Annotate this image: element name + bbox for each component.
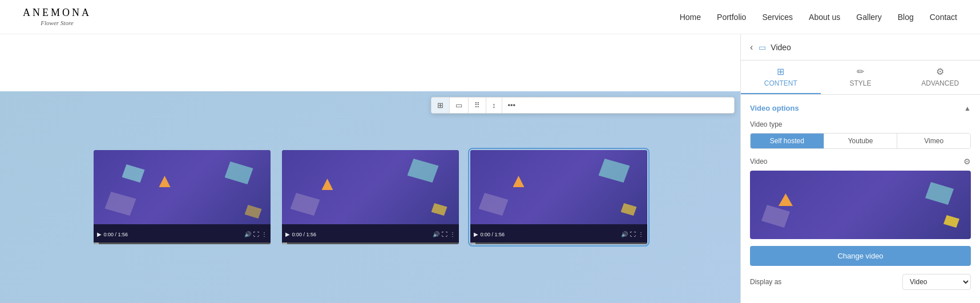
settings-icon[interactable]: ⚙ — [963, 157, 971, 166]
panel-back-button[interactable]: ‹ — [750, 42, 753, 52]
side-panel: ‹ ▭ Video ⊞ CONTENT ✏ STYLE ⚙ ADVANCED V… — [740, 34, 980, 303]
advanced-tab-label: ADVANCED — [921, 79, 959, 87]
logo-main-text: ANEMONA — [23, 7, 91, 19]
video-card-1[interactable]: ▶ 0:00 / 1:56 🔊 ⛶ ⋮ — [94, 150, 271, 244]
shape-orange-3 — [513, 176, 525, 187]
fullscreen-btn-1[interactable]: ⛶ — [253, 231, 259, 237]
shape-yellow-1 — [105, 192, 136, 216]
progress-fill-3 — [470, 243, 475, 244]
panel-header: ‹ ▭ Video — [741, 34, 980, 60]
navigation: ANEMONA Flower Store Home Portfolio Serv… — [0, 0, 980, 34]
video-type-youtube[interactable]: Youtube — [824, 134, 898, 148]
display-as-row: Display as Video Thumbnail Lightbox — [750, 274, 971, 290]
video-controls-2: ▶ 0:00 / 1:56 🔊 ⛶ ⋮ — [282, 224, 459, 244]
progress-bar-3 — [470, 243, 647, 244]
panel-video-icon: ▭ — [759, 43, 766, 52]
video-field-label: Video — [750, 157, 767, 165]
shape-yellow-2 — [431, 203, 447, 216]
play-btn-2[interactable]: ▶ — [285, 231, 290, 237]
nav-portfolio[interactable]: Portfolio — [717, 13, 746, 22]
logo: ANEMONA Flower Store — [23, 7, 91, 27]
time-display-2: 0:00 / 1:56 — [292, 232, 430, 237]
more-btn-3[interactable]: ⋮ — [638, 231, 644, 237]
video-card-3[interactable]: ▶ 0:00 / 1:56 🔊 ⛶ ⋮ — [470, 150, 647, 244]
element-toolbar: ⊞ ▭ ⠿ ↕ ••• — [431, 97, 735, 114]
toolbar-move-button[interactable]: ↕ — [486, 98, 502, 113]
video-card-2[interactable]: ▶ 0:00 / 1:56 🔊 ⛶ ⋮ — [282, 150, 459, 244]
toolbar-video-button[interactable]: ▭ — [450, 98, 469, 113]
video-type-vimeo[interactable]: Vimeo — [897, 134, 970, 148]
content-tab-label: CONTENT — [764, 79, 797, 87]
time-display-1: 0:00 / 1:56 — [104, 232, 242, 237]
style-tab-icon: ✏ — [857, 66, 864, 77]
nav-blog[interactable]: Blog — [898, 13, 914, 22]
nav-gallery[interactable]: Gallery — [856, 13, 881, 22]
shape-teal-1 — [225, 161, 253, 184]
mute-btn-2[interactable]: 🔊 — [433, 231, 439, 237]
style-tab-label: STYLE — [850, 79, 872, 87]
toolbar-more-button[interactable]: ••• — [502, 98, 522, 113]
video-thumbnail — [750, 171, 971, 239]
more-btn-2[interactable]: ⋮ — [450, 231, 455, 237]
progress-bar-2 — [282, 243, 459, 244]
shape-orange-1 — [159, 176, 171, 187]
logo-sub-text: Flower Store — [23, 19, 91, 27]
advanced-tab-icon: ⚙ — [936, 66, 944, 77]
shape-orange-2 — [322, 179, 333, 190]
thumb-teal-shape — [925, 182, 954, 205]
shape-teal-2 — [408, 159, 439, 183]
shape-yellow-3 — [621, 203, 637, 216]
video-scene-2 — [282, 150, 459, 224]
tab-style[interactable]: ✏ STYLE — [821, 60, 901, 94]
toolbar-grid-button[interactable]: ⠿ — [469, 98, 486, 113]
tab-content[interactable]: ⊞ CONTENT — [741, 60, 821, 94]
content-tab-icon: ⊞ — [777, 66, 784, 77]
video-scene-3 — [470, 150, 647, 224]
nav-home[interactable]: Home — [680, 13, 701, 22]
video-options-section-header: Video options ▲ — [750, 104, 971, 112]
video-controls-1: ▶ 0:00 / 1:56 🔊 ⛶ ⋮ — [94, 224, 271, 244]
fullscreen-btn-2[interactable]: ⛶ — [442, 231, 447, 237]
nav-about[interactable]: About us — [809, 13, 840, 22]
shape-teal-3 — [599, 159, 630, 183]
display-as-select[interactable]: Video Thumbnail Lightbox — [902, 274, 971, 290]
shape-purple-3 — [479, 193, 509, 216]
video-type-group: Self hosted Youtube Vimeo — [750, 133, 971, 149]
thumb-orange-shape — [779, 193, 793, 206]
play-btn-1[interactable]: ▶ — [97, 231, 102, 237]
nav-contact[interactable]: Contact — [930, 13, 957, 22]
video-controls-3: ▶ 0:00 / 1:56 🔊 ⛶ ⋮ — [470, 224, 647, 244]
nav-links: Home Portfolio Services About us Gallery… — [680, 13, 957, 22]
video-field-row: Video ⚙ — [750, 157, 971, 166]
canvas-white-section — [0, 34, 740, 91]
time-display-3: 0:00 / 1:56 — [481, 232, 619, 237]
main-area: ⊞ ▭ ⠿ ↕ ••• ▶ 0:00 / 1:56 🔊 — [0, 34, 980, 303]
thumb-yellow-shape — [943, 215, 959, 228]
panel-tabs: ⊞ CONTENT ✏ STYLE ⚙ ADVANCED — [741, 60, 980, 95]
video-type-selfhosted[interactable]: Self hosted — [751, 134, 824, 148]
toolbar-columns-button[interactable]: ⊞ — [431, 98, 450, 113]
play-btn-3[interactable]: ▶ — [474, 231, 478, 237]
collapse-button[interactable]: ▲ — [964, 104, 971, 112]
video-options-title: Video options — [750, 104, 799, 112]
mute-btn-1[interactable]: 🔊 — [244, 231, 251, 237]
canvas-blue-section: ⊞ ▭ ⠿ ↕ ••• ▶ 0:00 / 1:56 🔊 — [0, 91, 740, 303]
fullscreen-btn-3[interactable]: ⛶ — [630, 231, 636, 237]
panel-title: Video — [771, 43, 791, 52]
nav-services[interactable]: Services — [762, 13, 793, 22]
video-scene-1 — [94, 150, 271, 224]
canvas: ⊞ ▭ ⠿ ↕ ••• ▶ 0:00 / 1:56 🔊 — [0, 34, 740, 303]
change-video-button[interactable]: Change video — [750, 246, 971, 266]
more-btn-1[interactable]: ⋮ — [261, 231, 267, 237]
tab-advanced[interactable]: ⚙ ADVANCED — [900, 60, 980, 94]
shape-teal2-1 — [122, 164, 145, 183]
video-type-label: Video type — [750, 120, 971, 128]
progress-fill-1 — [94, 243, 99, 244]
thumb-purple-shape — [761, 205, 790, 228]
panel-content: Video options ▲ Video type Self hosted Y… — [741, 95, 980, 303]
shape-purple-1 — [245, 205, 262, 219]
shape-purple-2 — [291, 193, 320, 216]
progress-fill-2 — [282, 243, 287, 244]
mute-btn-3[interactable]: 🔊 — [621, 231, 628, 237]
display-as-label: Display as — [750, 278, 781, 286]
